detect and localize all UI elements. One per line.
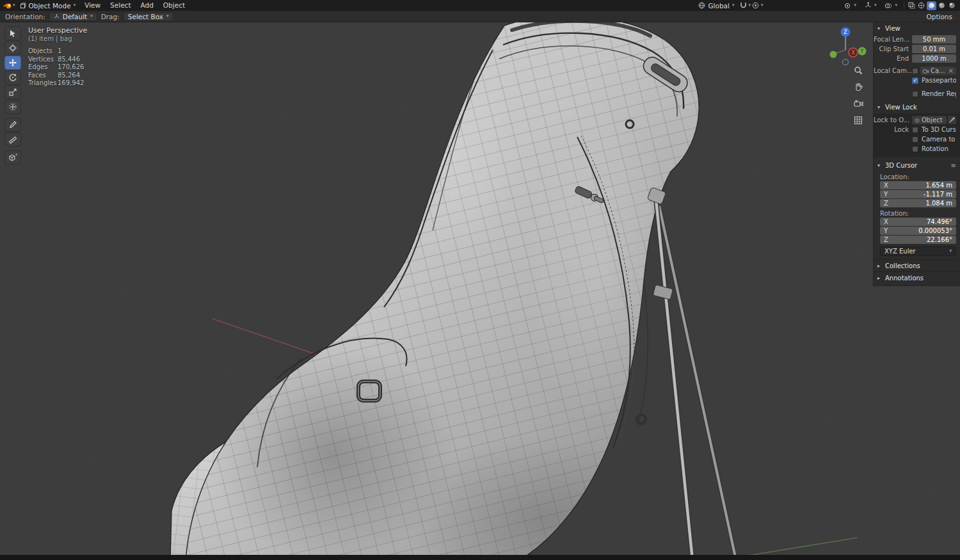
options-button[interactable]: Options [926, 13, 955, 20]
overlays-icon [884, 3, 892, 9]
cursor-rotation-z-field[interactable]: Z22.166° [880, 236, 956, 244]
eyedropper-button[interactable] [948, 116, 956, 124]
menu-add[interactable]: Add [136, 0, 158, 11]
orthographic-grid-icon[interactable] [852, 115, 864, 126]
focal-length-label: Focal Len... [874, 36, 912, 43]
local-camera-checkbox[interactable] [912, 68, 918, 74]
stand-leg-near [647, 187, 692, 555]
stat-vertices-label: Vertices [28, 56, 58, 64]
orientation-value: Default [63, 13, 87, 20]
view-panel-header[interactable]: ▾ View [874, 22, 960, 34]
cursor-rotation-y-field[interactable]: Y0.000053° [880, 227, 956, 235]
lock-rotation-label: Rotation [922, 145, 948, 152]
navigation-gizmo[interactable]: Z X Y [826, 24, 868, 67]
scale-icon [8, 88, 17, 97]
local-camera-field[interactable]: Ca... × [920, 67, 956, 75]
scale-tool-button[interactable] [4, 85, 21, 99]
cursor-location-y-field[interactable]: Y-1.117 m [880, 190, 956, 198]
proportional-dropdown-chevron-icon[interactable]: ▾ [761, 3, 764, 8]
drag-select[interactable]: Select Box ▾ [124, 12, 173, 21]
mode-dropdown[interactable]: Object Mode ▾ [16, 1, 80, 10]
clear-icon[interactable]: × [948, 67, 954, 74]
mode-dropdown-label: Object Mode [29, 2, 71, 10]
lock-label: Lock [874, 126, 912, 133]
passepartout-checkbox[interactable]: ✓ [912, 77, 918, 84]
top-menu-bar: ▾ Object Mode ▾ View Select Add Object G… [0, 0, 960, 11]
viewport-3d[interactable]: User Perspective (1) item | bag Objects1… [0, 22, 960, 555]
gizmo-y-neg-axis[interactable] [830, 51, 837, 58]
select-box-tool-button[interactable] [4, 26, 21, 40]
blender-logo-icon[interactable] [3, 1, 12, 10]
xray-toggle-icon[interactable] [907, 1, 916, 10]
stat-objects-label: Objects [28, 47, 58, 56]
move-tool-button[interactable] [4, 56, 21, 70]
menu-select[interactable]: Select [106, 0, 135, 11]
lock-to-3d-cursor-checkbox[interactable] [912, 127, 918, 133]
shading-wireframe-button[interactable] [916, 1, 926, 10]
cursor-location-label: Location: [880, 173, 960, 180]
pan-hand-icon[interactable] [852, 81, 864, 93]
transform-orientation-dropdown[interactable]: Global ▾ [694, 1, 738, 10]
shading-solid-button[interactable] [927, 1, 936, 10]
pencil-icon [8, 120, 17, 129]
collections-panel-header[interactable]: ▸ Collections [874, 259, 960, 271]
gizmo-z-neg-axis[interactable] [843, 60, 849, 65]
lock-rotation-checkbox[interactable] [912, 146, 918, 152]
view-lock-panel-header[interactable]: ▾ View Lock [874, 101, 960, 113]
camera-view-icon[interactable] [852, 98, 864, 109]
cursor-panel-header[interactable]: ▾ 3D Cursor ≡ [874, 159, 960, 171]
left-toolbar [4, 26, 21, 164]
ruler-icon [8, 135, 17, 144]
chevron-down-icon: ▾ [877, 163, 883, 168]
gizmos-dropdown[interactable]: ▾ [861, 1, 881, 10]
snap-magnet-icon[interactable] [739, 1, 748, 10]
to-3d-cursor-label: To 3D Cursor [922, 126, 956, 133]
annotate-tool-button[interactable] [4, 118, 21, 132]
tool-settings-bar: Orientation: Default ▾ Drag: Select Box … [0, 11, 960, 22]
orientation-value-label: Global [708, 2, 730, 10]
collections-panel-title: Collections [885, 262, 920, 269]
scene-canvas [0, 22, 960, 555]
camera-to-view-checkbox[interactable] [912, 136, 918, 143]
menu-object[interactable]: Object [159, 0, 189, 11]
render-region-checkbox[interactable] [912, 91, 918, 97]
lock-to-object-field[interactable]: Object [912, 116, 947, 124]
orientation-select[interactable]: Default ▾ [49, 12, 97, 21]
cursor-tool-button[interactable] [4, 41, 21, 55]
3d-cursor-icon [8, 44, 17, 52]
menu-view[interactable]: View [80, 0, 105, 11]
snap-dropdown-chevron-icon[interactable]: ▾ [748, 3, 751, 8]
svg-text:Z: Z [844, 29, 847, 35]
lock-to-object-value: Object [922, 116, 943, 124]
panel-menu-icon[interactable]: ≡ [951, 162, 956, 169]
cursor-location-z-field[interactable]: Z1.084 m [880, 199, 956, 207]
visibility-dropdown[interactable]: ▾ [840, 1, 860, 10]
object-mode-icon [20, 3, 26, 9]
render-region-label: Render Regi... [922, 90, 956, 97]
stat-objects-value: 1 [58, 47, 61, 56]
transform-tool-button[interactable] [4, 100, 21, 114]
transform-icon [8, 102, 17, 111]
add-cube-tool-button[interactable] [4, 150, 21, 164]
shading-rendered-button[interactable] [947, 1, 957, 10]
cursor-location-x-field[interactable]: X1.654 m [880, 181, 956, 189]
global-orientation-icon [698, 2, 705, 9]
cursor-rotation-x-field[interactable]: X74.496° [880, 218, 956, 226]
overlays-dropdown[interactable]: ▾ [881, 1, 901, 10]
clip-end-field[interactable]: 1000 m [912, 54, 956, 63]
shading-material-button[interactable] [937, 1, 947, 10]
passepartout-label: Passepartout [922, 77, 956, 84]
add-cube-icon [8, 153, 17, 162]
clip-start-label: Clip Start [874, 45, 912, 52]
measure-tool-button[interactable] [4, 132, 21, 147]
zoom-icon[interactable] [852, 65, 864, 76]
clip-start-field[interactable]: 0.01 m [912, 45, 956, 53]
proportional-edit-icon[interactable] [751, 1, 760, 10]
editor-type-chevron-icon[interactable]: ▾ [13, 3, 15, 8]
orientation-label: Orientation: [5, 13, 45, 20]
rotation-order-select[interactable]: XYZ Euler ▾ [880, 246, 956, 256]
focal-length-field[interactable]: 50 mm [912, 35, 956, 44]
rotate-tool-button[interactable] [4, 70, 21, 84]
chevron-down-icon: ▾ [877, 26, 883, 31]
annotations-panel-header[interactable]: ▸ Annotations [874, 271, 960, 284]
